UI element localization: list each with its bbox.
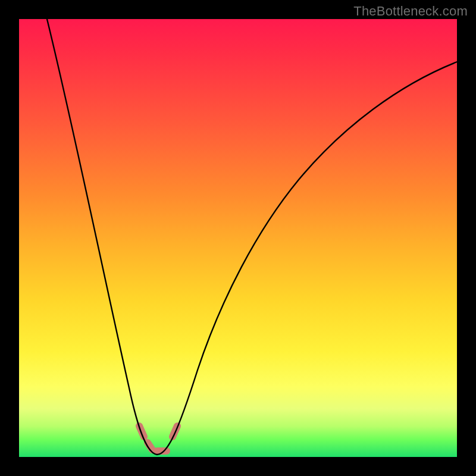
plot-area [19, 19, 457, 457]
outer-frame: TheBottleneck.com [0, 0, 476, 476]
watermark-text: TheBottleneck.com [353, 4, 468, 19]
curve-svg [19, 19, 457, 457]
main-curve [47, 19, 457, 455]
